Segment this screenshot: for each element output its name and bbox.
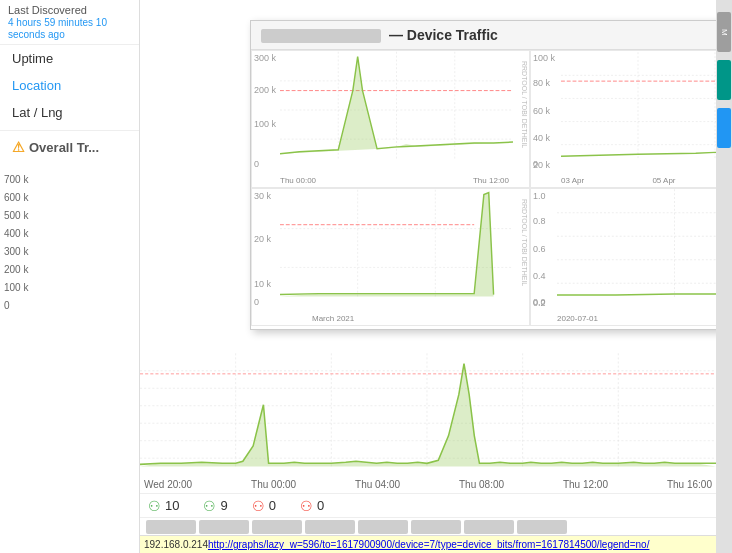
popup-chart-2: 100 k 80 k 60 k 40 k 20 k 0 xyxy=(530,50,716,188)
main-chart-area xyxy=(140,335,716,495)
timeline-block-7 xyxy=(464,520,514,534)
chart4-x-start: 2020-07-01 xyxy=(557,314,598,323)
device-traffic-popup: — Device Traffic 300 k 200 k 100 k 0 xyxy=(250,20,716,330)
sidebar-tab-m[interactable]: M xyxy=(717,12,731,52)
overall-traffic-section: ⚠ Overall Tr... xyxy=(0,130,139,163)
sidebar-tab-blue[interactable] xyxy=(717,108,731,148)
chart4-y-06: 0.6 xyxy=(533,244,546,254)
chart1-y-0: 0 xyxy=(254,159,259,169)
popup-chart-1: 300 k 200 k 100 k 0 xyxy=(251,50,530,188)
timeline-block-6 xyxy=(411,520,461,534)
stat-value-2: 9 xyxy=(220,498,227,513)
chart2-x-start: 03 Apr xyxy=(561,176,584,185)
sidebar-tab-teal[interactable] xyxy=(717,60,731,100)
last-discovered-label: Last Discovered xyxy=(8,4,131,16)
last-discovered-time: 4 hours 59 minutes 10 seconds ago xyxy=(8,17,107,40)
chart1-y-200: 200 k xyxy=(254,85,276,95)
timeline-block-3 xyxy=(252,520,302,534)
stat-icon-3: ⚇ xyxy=(252,498,265,514)
chart2-y-max: 100 k xyxy=(533,53,555,63)
x-axis-labels: Wed 20:00 Thu 00:00 Thu 04:00 Thu 08:00 … xyxy=(140,475,716,493)
x-label-thu0800: Thu 08:00 xyxy=(459,479,504,490)
chart2-y-80: 80 k xyxy=(533,78,550,88)
last-discovered-value: Last Discovered 4 hours 59 minutes 10 se… xyxy=(0,0,139,45)
url-link[interactable]: http://graphs/lazy_w=596/to=1617900900/d… xyxy=(208,539,649,550)
stat-item-4: ⚇ 0 xyxy=(300,498,324,514)
chart3-y-20: 20 k xyxy=(254,234,271,244)
uptime-label: Uptime xyxy=(12,51,53,66)
chart2-y-0: 0 xyxy=(533,159,538,169)
stat-icon-2: ⚇ xyxy=(203,498,216,514)
chart2-x-mid: 05 Apr xyxy=(652,176,675,185)
chart3-x-label: March 2021 xyxy=(312,314,354,323)
x-label-thu0400: Thu 04:00 xyxy=(355,479,400,490)
chart1-svg xyxy=(280,51,513,169)
timeline-block-2 xyxy=(199,520,249,534)
stat-value-1: 10 xyxy=(165,498,179,513)
stat-value-4: 0 xyxy=(317,498,324,513)
stat-value-3: 0 xyxy=(269,498,276,513)
popup-title: — Device Traffic xyxy=(389,27,498,43)
x-label-wed2000: Wed 20:00 xyxy=(144,479,192,490)
chart4-y-08: 0.8 xyxy=(533,216,546,226)
chart1-x-start: Thu 00:00 xyxy=(280,176,316,185)
popup-chart-3: 30 k 20 k 10 k 0 Marc xyxy=(251,188,530,326)
chart1-side-label: RRDTOOL / TOBI DETHEIL xyxy=(521,61,528,148)
x-label-thu1200: Thu 12:00 xyxy=(563,479,608,490)
stat-item-3: ⚇ 0 xyxy=(252,498,276,514)
timeline-block-5 xyxy=(358,520,408,534)
location-label: Location xyxy=(12,78,61,93)
stat-item-2: ⚇ 9 xyxy=(203,498,227,514)
popup-header: — Device Traffic xyxy=(251,21,716,50)
x-label-thu0000: Thu 00:00 xyxy=(251,479,296,490)
url-bar: 192.168.0.214 http://graphs/lazy_w=596/t… xyxy=(140,535,716,553)
main-content-area: — Device Traffic 300 k 200 k 100 k 0 xyxy=(140,0,716,553)
chart4-y-10: 1.0 xyxy=(533,191,546,201)
overall-traffic-label: Overall Tr... xyxy=(29,140,99,155)
url-ip: 192.168.0.214 xyxy=(144,539,208,550)
timeline-block-1 xyxy=(146,520,196,534)
chart4-y-0: 0.0 xyxy=(533,297,546,307)
ip-blur xyxy=(261,29,381,43)
right-sidebar: M xyxy=(716,0,732,553)
chart2-svg xyxy=(561,51,716,169)
chart2-y-60: 60 k xyxy=(533,106,550,116)
sidebar-item-uptime[interactable]: Uptime xyxy=(0,45,139,72)
chart4-y-04: 0.4 xyxy=(533,271,546,281)
stat-icon-4: ⚇ xyxy=(300,498,313,514)
chart3-y-0: 0 xyxy=(254,297,259,307)
popup-charts-grid: 300 k 200 k 100 k 0 xyxy=(251,50,716,326)
chart3-y-10: 10 k xyxy=(254,279,271,289)
stat-item-1: ⚇ 10 xyxy=(148,498,179,514)
timeline-block-8 xyxy=(517,520,567,534)
chart1-x-end: Thu 12:00 xyxy=(473,176,509,185)
chart3-svg xyxy=(280,189,513,307)
x-label-thu1600: Thu 16:00 xyxy=(667,479,712,490)
stats-bar: ⚇ 10 ⚇ 9 ⚇ 0 ⚇ 0 xyxy=(140,493,716,517)
left-panel: Last Discovered 4 hours 59 minutes 10 se… xyxy=(0,0,140,553)
popup-chart-4: 1.0 0.8 0.6 0.4 0.2 0.0 202 xyxy=(530,188,716,326)
chart3-side-label: RRDTOOL / TOBI DETHEIL xyxy=(521,199,528,286)
sidebar-tab-m-label: M xyxy=(720,29,729,36)
sidebar-item-lat-lng[interactable]: Lat / Lng xyxy=(0,99,139,126)
chart2-y-40: 40 k xyxy=(533,133,550,143)
warning-icon: ⚠ xyxy=(12,139,25,155)
chart4-svg xyxy=(557,189,716,307)
sidebar-item-location[interactable]: Location xyxy=(0,72,139,99)
chart1-y-100: 100 k xyxy=(254,119,276,129)
y-axis-labels: 700 k 600 k 500 k 400 k 300 k 200 k 100 … xyxy=(4,171,139,315)
timeline-block-4 xyxy=(305,520,355,534)
stat-icon-1: ⚇ xyxy=(148,498,161,514)
timeline-blocks xyxy=(140,517,716,535)
chart1-y-max: 300 k xyxy=(254,53,276,63)
chart3-y-30: 30 k xyxy=(254,191,271,201)
main-chart-svg xyxy=(140,335,716,495)
lat-lng-label: Lat / Lng xyxy=(12,105,63,120)
